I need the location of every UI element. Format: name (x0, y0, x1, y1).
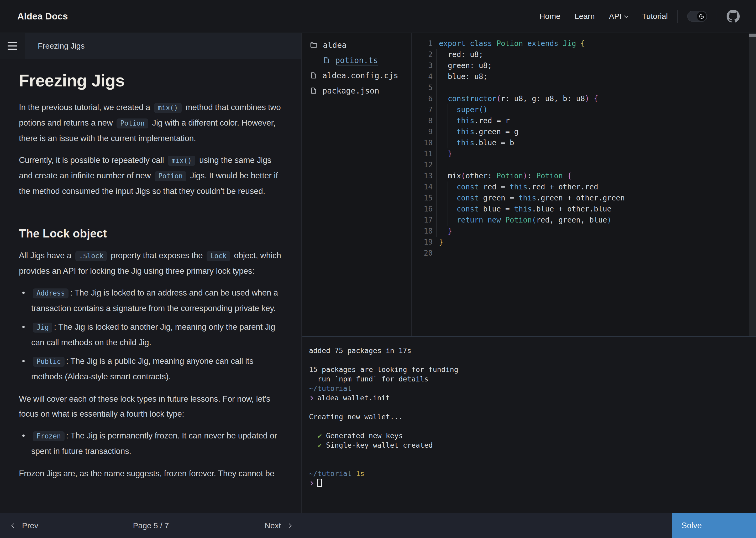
terminal-line: ✔ Generated new keys (309, 431, 756, 441)
code-text: super() (433, 104, 488, 115)
text-segment: : The Jig is locked to another Jig, mean… (31, 322, 275, 347)
code-line: 15 const green = this.green + other.gree… (412, 192, 749, 204)
code-text (433, 82, 439, 93)
code-token: ( (496, 94, 501, 103)
code-line: 18 } (412, 226, 749, 237)
menu-button[interactable] (0, 33, 25, 59)
text-segment: Frozen Jigs are, as the name suggests, f… (19, 469, 274, 478)
code-token: } (448, 149, 452, 158)
terminal-line: aldea wallet.init (309, 393, 756, 403)
line-number: 5 (412, 82, 433, 93)
terminal-line (309, 422, 756, 431)
line-number: 2 (412, 49, 433, 60)
line-number: 8 (412, 115, 433, 126)
prev-label: Prev (22, 521, 38, 530)
tree-item-aldea-config-cjs[interactable]: aldea.config.cjs (303, 68, 411, 83)
inline-code-chip: Lock (207, 251, 230, 261)
prev-button[interactable]: Prev (12, 521, 38, 530)
code-token: } (439, 238, 443, 246)
doc-paragraph: Frozen Jigs are, as the name suggests, f… (19, 466, 285, 481)
terminal-token: ~/tutorial (309, 384, 352, 393)
terminal-token: ~/tutorial (309, 469, 352, 478)
nav-item-home[interactable]: Home (540, 12, 560, 21)
line-number: 3 (412, 60, 433, 71)
code-token: Potion (496, 172, 523, 180)
nav-item-label: Learn (575, 12, 595, 21)
line-number: 6 (412, 93, 433, 104)
tree-item-label: package.json (322, 86, 379, 95)
tree-item-potion-ts[interactable]: potion.ts (303, 53, 411, 68)
line-number: 18 (412, 226, 433, 237)
navbar-divider (717, 10, 717, 23)
nav-item-tutorial[interactable]: Tutorial (642, 12, 668, 21)
code-token: Jig (563, 39, 580, 48)
code-token: green: u8; (439, 61, 492, 70)
terminal-line (309, 450, 756, 459)
code-token: .green = g (474, 128, 519, 136)
code-line: 9 this.green = g (412, 126, 749, 137)
code-token: green = (479, 193, 519, 202)
nav-item-api[interactable]: API (609, 12, 628, 21)
code-text: blue: u8; (433, 71, 488, 82)
file-tree: aldeapotion.tsaldea.config.cjspackage.js… (303, 33, 411, 336)
line-number: 4 (412, 71, 433, 82)
terminal-line: added 75 packages in 17s (309, 346, 756, 355)
line-number: 19 (412, 237, 433, 248)
terminal-line: run `npm fund` for details (309, 374, 756, 384)
inline-code-chip: mix() (154, 103, 182, 113)
inline-code-chip: mix() (168, 156, 195, 166)
code-text: } (433, 237, 443, 248)
terminal-token: run `npm fund` for details (309, 375, 428, 383)
bullet-icon (22, 326, 25, 328)
scrollbar-thumb[interactable] (749, 34, 756, 37)
code-line: 11 } (412, 148, 749, 159)
code-token: ) (585, 94, 589, 103)
brand-logo[interactable]: Aldea Docs (17, 11, 68, 22)
text-segment: Currently, it is possible to repeatedly … (19, 155, 166, 165)
next-button[interactable]: Next (264, 521, 291, 530)
code-token: mix (439, 172, 461, 180)
inline-code-chip: Potion (117, 119, 148, 129)
code-token: .blue + other.blue (532, 205, 611, 213)
indent-guide (436, 49, 437, 237)
terminal[interactable]: added 75 packages in 17s15 packages are … (303, 337, 756, 513)
code-token: ) (523, 172, 527, 180)
code-token: blue: u8; (439, 72, 488, 81)
terminal-line: ~/tutorial (309, 384, 756, 393)
code-token: this (510, 183, 527, 191)
code-token: this (456, 128, 474, 136)
terminal-line: ~/tutorial 1s (309, 469, 756, 478)
terminal-line (309, 459, 756, 469)
code-text: const green = this.green + other.green (433, 192, 625, 204)
terminal-line: Creating new wallet... (309, 412, 756, 422)
code-token: this (456, 116, 474, 125)
code-token: const (456, 183, 479, 191)
code-token: } (448, 227, 452, 235)
solve-button[interactable]: Solve (672, 513, 756, 538)
line-number: 13 (412, 171, 433, 182)
page-indicator: Page 5 / 7 (133, 521, 169, 530)
code-line: 3 green: u8; (412, 60, 749, 71)
line-number: 20 (412, 248, 433, 259)
line-number: 11 (412, 148, 433, 159)
terminal-token: added 75 packages in 17s (309, 347, 411, 355)
tree-item-aldea[interactable]: aldea (303, 37, 411, 53)
code-text: red: u8; (433, 49, 483, 60)
terminal-token: ✔ (318, 441, 322, 449)
section-heading: The Lock object (19, 227, 285, 240)
code-token: ( (461, 172, 465, 180)
code-token: this (456, 138, 474, 147)
code-text: mix(other: Potion): Potion { (433, 171, 572, 182)
code-text: constructor(r: u8, g: u8, b: u8) { (433, 93, 598, 104)
code-token: this (514, 205, 532, 213)
terminal-line (309, 403, 756, 412)
github-icon[interactable] (727, 10, 740, 23)
editor-scrollbar[interactable] (749, 33, 756, 336)
theme-toggle[interactable] (687, 11, 707, 22)
code-text: } (433, 148, 452, 159)
code-line: 10 this.blue = b (412, 137, 749, 148)
code-editor[interactable]: 1export class Potion extends Jig {2 red:… (412, 33, 749, 336)
tree-item-package-json[interactable]: package.json (303, 83, 411, 98)
list-item: Frozen: The Jig is permanently frozen. I… (19, 428, 285, 459)
nav-item-learn[interactable]: Learn (575, 12, 595, 21)
